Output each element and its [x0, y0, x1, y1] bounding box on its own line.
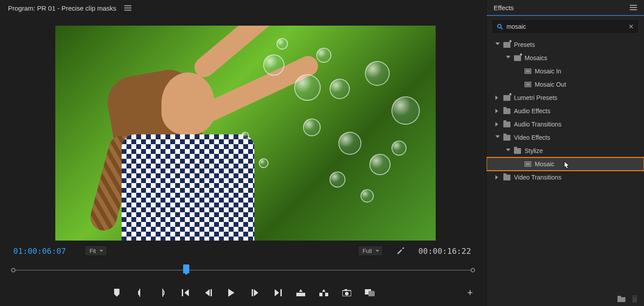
extract-button[interactable] — [319, 288, 329, 298]
svg-rect-28 — [617, 297, 625, 302]
svg-rect-13 — [296, 293, 305, 296]
current-timecode[interactable]: 01:00:06:07 — [13, 246, 66, 256]
preset-bin-icon — [514, 55, 521, 61]
tree-preset-mosaic-out[interactable]: Mosaic Out — [487, 78, 644, 91]
tree-audio-transitions[interactable]: Audio Transitions — [487, 118, 644, 131]
tree-mosaics-folder[interactable]: Mosaics — [487, 51, 644, 65]
resolution-dropdown[interactable]: Full — [358, 245, 383, 256]
svg-marker-6 — [205, 289, 210, 296]
tree-presets[interactable]: Presets — [487, 38, 644, 51]
tree-label: Audio Transitions — [514, 121, 561, 128]
go-to-in-button[interactable] — [181, 288, 191, 298]
program-monitor-panel: Program: PR 01 - Precise clip masks — [0, 0, 487, 306]
svg-rect-31 — [632, 295, 638, 296]
button-editor-icon[interactable]: + — [467, 287, 473, 298]
chevron-down-icon[interactable] — [506, 149, 510, 153]
effects-panel-header: Effects — [487, 0, 644, 16]
panel-menu-icon[interactable] — [630, 5, 637, 10]
svg-point-26 — [498, 24, 501, 28]
svg-line-27 — [501, 27, 502, 29]
tree-audio-effects[interactable]: Audio Effects — [487, 104, 644, 118]
svg-marker-8 — [228, 289, 234, 297]
clear-search-icon[interactable]: ✕ — [629, 23, 634, 30]
effects-search[interactable]: ✕ — [493, 20, 638, 33]
svg-rect-12 — [280, 289, 282, 296]
program-title: Program: PR 01 - Precise clip masks — [8, 4, 116, 12]
svg-marker-17 — [322, 289, 326, 292]
svg-rect-29 — [617, 296, 621, 298]
chevron-right-icon[interactable] — [495, 109, 500, 113]
chevron-down-icon[interactable] — [506, 56, 510, 60]
play-button[interactable] — [227, 288, 237, 298]
chevron-down-icon[interactable] — [495, 42, 500, 47]
svg-marker-5 — [184, 289, 189, 296]
chevron-right-icon[interactable] — [495, 96, 500, 100]
tree-label: Video Transitions — [514, 174, 561, 181]
tree-label: Stylize — [525, 147, 543, 154]
zoom-dropdown[interactable]: Fit — [84, 245, 107, 256]
chevron-right-icon[interactable] — [495, 122, 500, 126]
effects-tree: Presets Mosaics Mosaic In Mosaic Out Lum… — [487, 36, 644, 292]
effects-title: Effects — [494, 4, 630, 11]
program-viewer[interactable] — [55, 26, 436, 241]
tree-label: Mosaics — [525, 54, 547, 61]
folder-icon — [514, 148, 521, 154]
settings-icon[interactable] — [396, 246, 405, 255]
chevron-down-icon[interactable] — [495, 135, 500, 140]
folder-icon — [503, 122, 510, 127]
timeline-scrubber[interactable] — [13, 264, 473, 277]
tree-label: Video Effects — [514, 134, 550, 141]
svg-rect-23 — [630, 5, 637, 6]
svg-rect-1 — [124, 8, 131, 8]
chevron-right-icon[interactable] — [495, 175, 500, 180]
svg-rect-7 — [211, 289, 212, 296]
add-marker-button[interactable] — [112, 288, 122, 298]
tree-stylize-folder[interactable]: Stylize — [487, 144, 644, 157]
svg-rect-20 — [345, 289, 347, 291]
preset-icon — [525, 69, 531, 74]
step-forward-button[interactable] — [250, 288, 260, 298]
program-controls-row: 01:00:06:07 Fit Full 00:00:16:22 — [0, 244, 486, 257]
tree-effect-mosaic[interactable]: Mosaic — [487, 157, 644, 171]
tree-label: Audio Effects — [514, 107, 550, 115]
comparison-view-button[interactable] — [365, 288, 375, 298]
step-back-button[interactable] — [204, 288, 214, 298]
svg-marker-14 — [299, 289, 303, 292]
tree-video-effects[interactable]: Video Effects — [487, 131, 644, 144]
svg-rect-24 — [630, 7, 637, 8]
program-panel-header: Program: PR 01 - Precise clip masks — [0, 0, 486, 16]
tree-lumetri-presets[interactable]: Lumetri Presets — [487, 91, 644, 104]
svg-rect-22 — [368, 291, 375, 296]
folder-icon — [503, 108, 510, 114]
preset-bin-icon — [503, 42, 510, 48]
effects-panel: Effects ✕ Presets Mosaics Mosaic In — [487, 0, 644, 306]
mark-out-button[interactable] — [158, 288, 168, 298]
mark-in-button[interactable] — [135, 288, 145, 298]
svg-rect-30 — [632, 297, 637, 302]
folder-icon — [503, 175, 510, 180]
preset-icon — [525, 82, 531, 87]
mouse-cursor-icon — [564, 161, 570, 170]
transport-bar: + — [0, 283, 486, 302]
svg-marker-10 — [254, 289, 258, 296]
playhead[interactable] — [183, 264, 189, 273]
svg-point-19 — [345, 292, 349, 295]
effects-search-input[interactable] — [506, 23, 629, 30]
lift-button[interactable] — [296, 288, 306, 298]
export-frame-button[interactable] — [342, 288, 352, 298]
panel-menu-icon[interactable] — [124, 5, 131, 11]
svg-rect-9 — [252, 289, 253, 296]
duration-timecode: 00:00:16:22 — [418, 246, 471, 256]
svg-marker-11 — [275, 289, 279, 296]
tree-video-transitions[interactable]: Video Transitions — [487, 171, 644, 184]
tree-label: Mosaic In — [535, 68, 561, 75]
svg-rect-15 — [319, 293, 322, 296]
new-bin-icon[interactable] — [617, 296, 625, 302]
tree-label: Lumetri Presets — [514, 94, 557, 101]
effect-icon — [525, 161, 531, 167]
svg-rect-0 — [124, 5, 131, 6]
tree-label: Presets — [514, 41, 535, 48]
tree-label: Mosaic — [535, 161, 554, 168]
go-to-out-button[interactable] — [273, 288, 283, 298]
tree-preset-mosaic-in[interactable]: Mosaic In — [487, 65, 644, 78]
